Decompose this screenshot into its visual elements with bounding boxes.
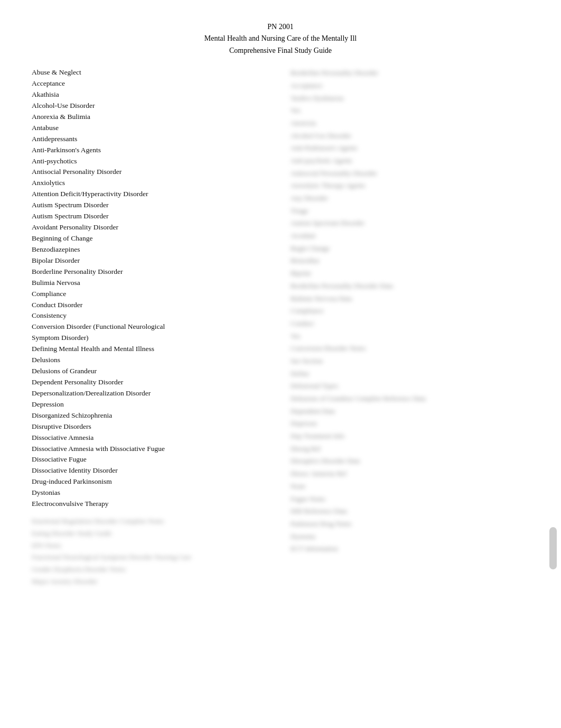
left-index-item[interactable]: Beginning of Change — [32, 233, 275, 244]
left-index-item[interactable]: Dependent Personality Disorder — [32, 377, 275, 388]
right-blurred-item: Dependent Data — [291, 406, 529, 417]
left-index-item[interactable]: Disruptive Disorders — [32, 421, 275, 432]
right-blurred-item: Dissoc Amnesia Ref — [291, 468, 529, 480]
left-index-item[interactable]: Autism Spectrum Disorder — [32, 200, 275, 211]
left-index-item[interactable]: Anxiolytics — [32, 178, 275, 189]
left-index-item[interactable]: Dissociative Amnesia — [32, 432, 275, 444]
right-blurred-item: Dep Treatment Info — [291, 430, 529, 442]
right-blurred-item: Autism Spectrum Disorder — [291, 217, 529, 229]
right-blurred-item: Any Disorder — [291, 192, 529, 204]
right-blurred-item: Borderline Personality Disorder Data — [291, 280, 529, 292]
left-index-item[interactable]: Anti-psychotics — [32, 156, 275, 167]
right-blurred-item: Anti-psychotic Agents — [291, 155, 529, 167]
header-line3: Comprehensive Final Study Guide — [32, 45, 529, 57]
left-index-item[interactable]: Depression — [32, 399, 275, 410]
left-index-item[interactable]: Compliance — [32, 289, 275, 300]
left-index-item[interactable]: Conversion Disorder (Functional Neurolog… — [32, 321, 275, 333]
left-index-item[interactable]: Bulimia Nervosa — [32, 278, 275, 289]
left-index-item[interactable]: Disorganized Schizophrenia — [32, 410, 275, 421]
bottom-blurred-section: Emotional Regulation Disorder Complete N… — [32, 516, 275, 587]
left-index-item[interactable]: Drug-induced Parkinsonism — [32, 476, 275, 487]
right-blurred-item: Bulimia Nervosa Data — [291, 293, 529, 305]
right-column: Borderline Personality DisorderAcceptanc… — [285, 67, 529, 588]
right-blurred-item: Anti-Parkinson's Agents — [291, 142, 529, 154]
right-blurred-item: Parkinson Drug Notes — [291, 518, 529, 530]
left-index-item[interactable]: Consistency — [32, 310, 275, 321]
left-index-item[interactable]: Autism Spectrum Disorder — [32, 211, 275, 222]
right-blurred-item: See Section — [291, 355, 529, 367]
page-header: PN 2001 Mental Health and Nursing Care o… — [32, 21, 529, 57]
content-area: Abuse & NeglectAcceptanceAkathisiaAlcoho… — [32, 67, 529, 588]
left-index-item[interactable]: Acceptance — [32, 78, 275, 89]
right-blurred-item: Borderline Personality Disorder — [291, 67, 529, 79]
right-blurred-item: Conversion Disorder Notes — [291, 343, 529, 354]
left-index-item[interactable]: Depersonalization/Derealization Disorder — [32, 388, 275, 399]
right-blurred-item: Disruptive Disorder Data — [291, 455, 529, 467]
right-blurred-item: Alcohol-Use Disorder — [291, 130, 529, 142]
right-blurred-item: Tardive Dyskinesia — [291, 93, 529, 104]
left-index-item[interactable]: Alcohol-Use Disorder — [32, 100, 275, 112]
left-index-item[interactable]: Anorexia & Bulimia — [32, 112, 275, 123]
left-index-item[interactable]: Antabuse — [32, 123, 275, 134]
right-blurred-item: Fugue Notes — [291, 493, 529, 505]
right-blurred-item: Begin Change — [291, 243, 529, 254]
left-index-item[interactable]: Electroconvulsive Therapy — [32, 499, 275, 510]
left-index-item[interactable]: Delusions of Grandeur — [32, 366, 275, 377]
left-index-item[interactable]: Dissociative Amnesia with Dissociative F… — [32, 444, 275, 455]
left-index-item[interactable]: Antidepressants — [32, 134, 275, 145]
right-blurred-item: Yes — [291, 105, 529, 116]
left-index-item[interactable]: Antisocial Personality Disorder — [32, 167, 275, 178]
right-blurred-item: Compliance — [291, 305, 529, 317]
left-index-item[interactable]: Borderline Personality Disorder — [32, 266, 275, 278]
right-blurred-item: Avoidant — [291, 230, 529, 242]
right-blurred-item: Define — [291, 368, 529, 380]
left-index-item[interactable]: Dystonias — [32, 487, 275, 499]
left-index-item[interactable]: Dissociative Fugue — [32, 454, 275, 465]
left-index-item[interactable]: Bipolar Disorder — [32, 255, 275, 266]
right-blurred-item: ECT Information — [291, 543, 529, 555]
left-index-item[interactable]: Abuse & Neglect — [32, 67, 275, 78]
right-blurred-item: Bipolar — [291, 268, 529, 279]
header-line1: PN 2001 — [32, 21, 529, 33]
left-index-item[interactable]: Dissociative Identity Disorder — [32, 465, 275, 476]
left-index-item[interactable]: Anti-Parkinson's Agents — [32, 145, 275, 156]
left-index-item[interactable]: Delusions — [32, 355, 275, 366]
left-index-item[interactable]: Attention Deficit/Hyperactivity Disorder — [32, 189, 275, 200]
right-blurred-item: Disorg Ref — [291, 443, 529, 455]
scrollbar[interactable] — [549, 527, 557, 569]
right-blurred-item: DID Reference Data — [291, 505, 529, 517]
right-blurred-item: Anorexia — [291, 117, 529, 129]
right-blurred-item: Delusions of Grandeur Complete Reference… — [291, 393, 529, 404]
left-index-item[interactable]: Benzodiazepines — [32, 244, 275, 255]
left-index-item[interactable]: Defining Mental Health and Mental Illnes… — [32, 344, 275, 355]
right-blurred-item: Benzodiaz — [291, 255, 529, 266]
header-line2: Mental Health and Nursing Care of the Me… — [32, 33, 529, 44]
right-blurred-item: Deperson — [291, 418, 529, 429]
right-blurred-item: Delusional Types — [291, 380, 529, 392]
right-blurred-item: Yes — [291, 330, 529, 342]
right-blurred-item: Antisocial Personality Disorder — [291, 168, 529, 179]
left-index-item[interactable]: Conduct Disorder — [32, 300, 275, 311]
right-blurred-item: Triage — [291, 205, 529, 217]
left-index-item[interactable]: Akathisia — [32, 89, 275, 100]
right-blurred-item: Dystonia — [291, 531, 529, 542]
left-index-item[interactable]: Avoidant Personality Disorder — [32, 222, 275, 233]
right-blurred-item: Acceptance — [291, 80, 529, 91]
left-index-item[interactable]: Symptom Disorder) — [32, 333, 275, 344]
right-blurred-item: Anxiolytic Therapy Agents — [291, 180, 529, 191]
left-column: Abuse & NeglectAcceptanceAkathisiaAlcoho… — [32, 67, 285, 588]
right-blurred-item: None — [291, 481, 529, 492]
right-blurred-item: Conduct — [291, 318, 529, 329]
